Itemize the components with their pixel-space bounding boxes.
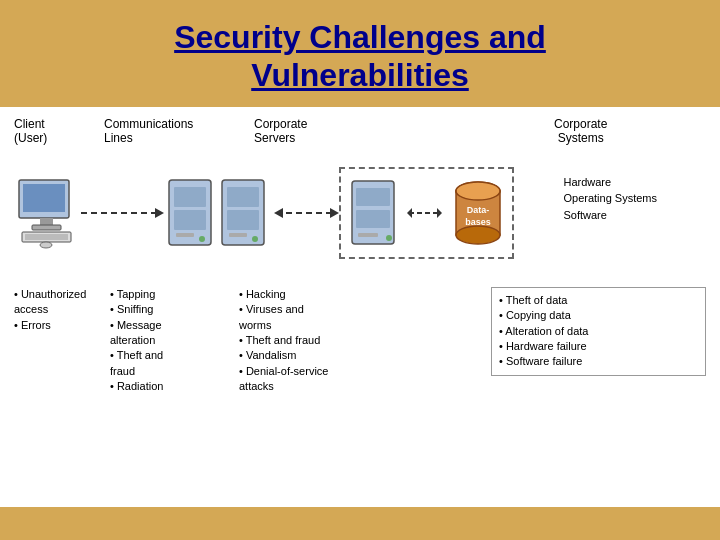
bullet-alteration-data: Alteration of data xyxy=(499,324,698,339)
header-commlines: CommunicationsLines xyxy=(104,117,193,145)
arrow-client-to-server xyxy=(79,203,164,223)
svg-rect-18 xyxy=(229,233,247,237)
svg-marker-29 xyxy=(437,208,442,218)
bullet-sniffing: Sniffing xyxy=(110,302,230,317)
hw-os-software-labels: Hardware Operating Systems Software xyxy=(563,174,657,224)
main-content: Client(User) CommunicationsLines Corpora… xyxy=(0,107,720,507)
bullet-theft-fraud-comm: Theft andfraud xyxy=(110,348,230,379)
header-corpservers: CorporateServers xyxy=(254,117,307,145)
svg-point-12 xyxy=(199,236,205,242)
svg-point-6 xyxy=(40,242,52,248)
svg-rect-15 xyxy=(227,187,259,207)
svg-point-32 xyxy=(456,226,500,244)
bullet-viruses-worms: Viruses andworms xyxy=(239,302,399,333)
svg-rect-1 xyxy=(23,184,65,212)
svg-rect-5 xyxy=(25,234,68,240)
bullet-radiation: Radiation xyxy=(110,379,230,394)
bullet-tapping: Tapping xyxy=(110,287,230,302)
svg-rect-26 xyxy=(358,233,378,237)
bullet-software-failure: Software failure xyxy=(499,354,698,369)
client-computer-icon xyxy=(14,175,79,250)
col1-bullets: Unauthorizedaccess Errors xyxy=(14,287,109,333)
svg-rect-24 xyxy=(356,210,390,228)
svg-point-17 xyxy=(252,236,258,242)
arrow-servers-to-corpsystems xyxy=(274,203,339,223)
svg-text:Data-: Data- xyxy=(467,205,490,215)
svg-rect-16 xyxy=(227,210,259,230)
bullet-vandalism: Vandalism xyxy=(239,348,399,363)
header-corpsystems: CorporateSystems xyxy=(554,117,607,145)
col4-bullets: Theft of data Copying data Alteration of… xyxy=(491,287,706,376)
col3-bullets: Hacking Viruses andworms Theft and fraud… xyxy=(239,287,399,395)
svg-rect-11 xyxy=(174,210,206,230)
svg-marker-21 xyxy=(330,208,339,218)
bullet-hacking: Hacking xyxy=(239,287,399,302)
bullet-copying-data: Copying data xyxy=(499,308,698,323)
bullet-theft-data: Theft of data xyxy=(499,293,698,308)
svg-rect-10 xyxy=(174,187,206,207)
svg-marker-8 xyxy=(155,208,164,218)
bullet-hardware-failure: Hardware failure xyxy=(499,339,698,354)
header-client: Client(User) xyxy=(14,117,47,145)
svg-point-33 xyxy=(456,182,500,200)
svg-rect-13 xyxy=(176,233,194,237)
icons-row: Data- bases Hardware Operating Systems S… xyxy=(14,167,706,259)
bullet-dos-attacks: Denial-of-serviceattacks xyxy=(239,364,399,395)
svg-text:bases: bases xyxy=(465,217,491,227)
database-icon: Data- bases xyxy=(452,177,504,249)
bullet-theft-fraud-server: Theft and fraud xyxy=(239,333,399,348)
col2-bullets: Tapping Sniffing Messagealteration Theft… xyxy=(110,287,230,395)
bullet-errors: Errors xyxy=(14,318,109,333)
arrow-to-database xyxy=(407,203,442,223)
corp-system-server-icon xyxy=(349,178,397,248)
svg-point-25 xyxy=(386,235,392,241)
page-title: Security Challenges and Vulnerabilities xyxy=(60,18,660,95)
svg-rect-23 xyxy=(356,188,390,206)
corporate-systems-box: Data- bases Hardware Operating Systems S… xyxy=(339,167,514,259)
bullet-message-alteration: Messagealteration xyxy=(110,318,230,349)
title-section: Security Challenges and Vulnerabilities xyxy=(0,0,720,107)
corporate-servers-icon xyxy=(164,175,274,250)
svg-rect-3 xyxy=(32,225,61,230)
bullet-unauthorized-access: Unauthorizedaccess xyxy=(14,287,109,318)
